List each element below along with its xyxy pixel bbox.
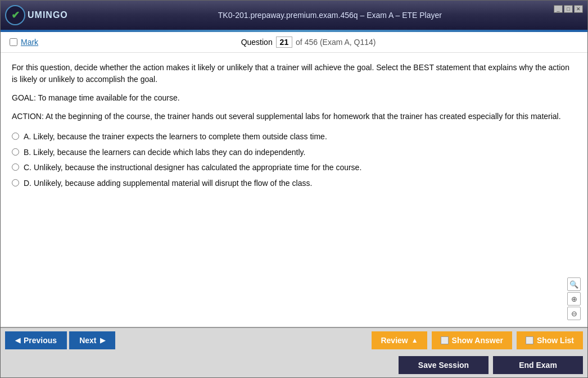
option-b-radio[interactable] (12, 148, 19, 156)
question-meta: of 456 (Exam A, Q114) (296, 38, 376, 47)
restore-button[interactable]: □ (564, 5, 573, 13)
option-d: D. Unlikely, because adding supplemental… (12, 178, 576, 189)
mark-section: Mark (10, 38, 38, 47)
main-window: ✔ UMINGO TK0-201.prepaway.premium.exam.4… (0, 0, 588, 378)
next-button[interactable]: Next ▶ (69, 331, 115, 349)
logo: ✔ UMINGO (5, 5, 68, 25)
window-controls: _ □ ✕ (554, 5, 583, 13)
save-session-button[interactable]: Save Session (399, 356, 489, 374)
logo-check-icon: ✔ (11, 9, 20, 21)
show-list-label: Show List (537, 336, 574, 345)
question-header: Mark Question 21 of 456 (Exam A, Q114) (1, 32, 587, 53)
previous-label: Previous (24, 336, 57, 345)
nav-row: ◀ Previous Next ▶ Review ▲ Show Answer S… (1, 328, 587, 353)
options-list: A. Likely, because the trainer expects t… (12, 131, 576, 189)
question-number: 21 (276, 37, 293, 48)
question-action: ACTION: At the beginning of the course, … (12, 111, 576, 122)
content-area: For this question, decide whether the ac… (1, 53, 587, 327)
review-button[interactable]: Review ▲ (372, 331, 427, 349)
option-b-text: B. Likely, because the learners can deci… (24, 147, 305, 158)
question-intro: For this question, decide whether the ac… (12, 62, 576, 85)
option-a-radio[interactable] (12, 133, 19, 140)
option-c-text: C. Unlikely, because the instructional d… (24, 162, 361, 174)
minimize-button[interactable]: _ (554, 5, 563, 13)
review-arrow-icon: ▲ (411, 336, 418, 344)
zoom-in-button[interactable]: ⊕ (567, 292, 581, 306)
bottom-bar: ◀ Previous Next ▶ Review ▲ Show Answer S… (1, 327, 587, 377)
logo-text: UMINGO (28, 10, 68, 20)
option-c: C. Unlikely, because the instructional d… (12, 162, 576, 174)
previous-arrow-icon: ◀ (15, 336, 20, 344)
close-button[interactable]: ✕ (574, 5, 583, 13)
review-label: Review (381, 336, 408, 345)
zoom-out-button[interactable]: ⊖ (567, 307, 581, 320)
title-bar: ✔ UMINGO TK0-201.prepaway.premium.exam.4… (1, 1, 587, 30)
question-label: Question (241, 38, 273, 47)
show-list-checkbox-icon (526, 336, 533, 344)
next-label: Next (79, 336, 96, 345)
show-answer-checkbox-icon (441, 336, 449, 344)
previous-button[interactable]: ◀ Previous (5, 331, 67, 349)
option-a: A. Likely, because the trainer expects t… (12, 131, 576, 143)
option-a-text: A. Likely, because the trainer expects t… (24, 131, 327, 143)
question-info: Question 21 of 456 (Exam A, Q114) (38, 37, 578, 48)
mark-checkbox[interactable] (10, 38, 17, 46)
mark-label[interactable]: Mark (21, 38, 38, 47)
option-d-text: D. Unlikely, because adding supplemental… (24, 178, 312, 189)
question-goal: GOAL: To manage time available for the c… (12, 92, 576, 104)
window-title: TK0-201.prepaway.premium.exam.456q – Exa… (77, 11, 583, 20)
zoom-controls: 🔍 ⊕ ⊖ (567, 277, 581, 320)
option-c-radio[interactable] (12, 163, 19, 171)
action-row: Save Session End Exam (1, 353, 587, 377)
next-arrow-icon: ▶ (100, 336, 105, 344)
option-d-radio[interactable] (12, 179, 19, 186)
option-b: B. Likely, because the learners can deci… (12, 147, 576, 158)
end-exam-button[interactable]: End Exam (493, 356, 583, 374)
search-icon[interactable]: 🔍 (567, 277, 581, 291)
show-answer-button[interactable]: Show Answer (432, 331, 512, 349)
show-answer-label: Show Answer (452, 336, 503, 345)
show-list-button[interactable]: Show List (517, 331, 583, 349)
logo-circle: ✔ (5, 5, 25, 25)
